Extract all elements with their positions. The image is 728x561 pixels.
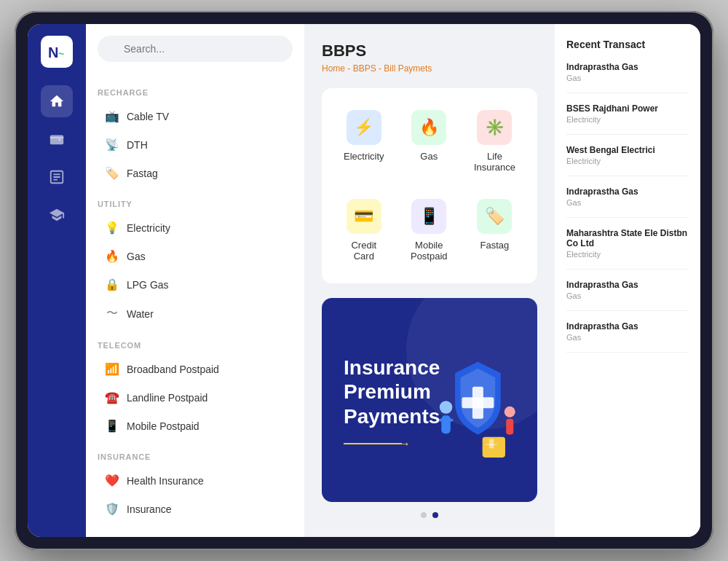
transactions-list: Indraprastha GasGasBSES Rajdhani PowerEl… — [566, 62, 689, 353]
tablet-frame: N ~ 🔍 RECHARGE📺Cabl — [15, 11, 713, 550]
transaction-item: Maharashtra State Ele Distbn Co LtdElect… — [566, 228, 689, 270]
sidebar-item-broadband-postpaid[interactable]: 📶Broadband Postpaid — [98, 356, 293, 382]
carousel-dot-0[interactable] — [421, 512, 427, 518]
transaction-sub: Electricity — [566, 157, 689, 165]
sidebar-item-dth[interactable]: 📡DTH — [98, 131, 293, 158]
transaction-sub: Electricity — [566, 115, 689, 124]
main-content: BBPS Home - BBPS - Bill Paymets ⚡Electri… — [304, 24, 555, 537]
page-title: BBPS — [322, 42, 537, 60]
sidebar-section-label: INSURANCE — [98, 452, 293, 461]
transaction-item: Indraprastha GasGas — [566, 280, 689, 311]
sidebar-item-insurance[interactable]: 🛡️Insurance — [98, 495, 293, 522]
life-insurance-icon: ✳️ — [477, 110, 512, 145]
transaction-sub: Electricity — [566, 250, 689, 259]
tv-icon: 📺 — [105, 109, 119, 123]
tablet-screen: N ~ 🔍 RECHARGE📺Cabl — [28, 24, 700, 537]
transaction-name: Indraprastha Gas — [566, 187, 689, 197]
menu-item-label: Fastag — [127, 168, 158, 179]
phone-icon: ☎️ — [105, 391, 119, 404]
recent-transactions-title: Recent Transact — [566, 39, 689, 50]
menu-item-label: Broadband Postpaid — [127, 364, 219, 375]
bill-item-electricity[interactable]: ⚡Electricity — [336, 103, 392, 180]
svg-text:N: N — [48, 44, 58, 60]
nav-home-button[interactable] — [41, 85, 73, 117]
sidebar-item-gas[interactable]: 🔥Gas — [98, 243, 293, 270]
sidebar-item-electricity[interactable]: 💡Electricity — [98, 214, 293, 241]
left-sidebar: 🔍 RECHARGE📺Cable TV📡DTH🏷️FastagUTILITY💡E… — [86, 24, 304, 537]
transaction-sub: Gas — [566, 198, 689, 207]
menu-item-label: Mobile Postpaid — [127, 420, 199, 432]
transaction-item: BSES Rajdhani PowerElectricity — [566, 103, 689, 135]
broadband-icon: 📶 — [105, 362, 119, 376]
menu-item-label: Landline Postpaid — [127, 392, 207, 404]
transaction-name: West Bengal Electrici — [566, 145, 689, 155]
search-input[interactable] — [98, 36, 293, 62]
banner-text: Insurance Premium Payments — [344, 356, 504, 445]
carousel-dots — [322, 512, 537, 518]
bill-categories-grid: ⚡Electricity🔥Gas✳️Life Insurance💳Credit … — [322, 88, 537, 283]
sidebar-item-cable-tv[interactable]: 📺Cable TV — [98, 103, 293, 130]
bill-category-label: Fastag — [480, 240, 510, 251]
mobile-icon: 📱 — [105, 419, 119, 433]
transaction-name: Indraprastha Gas — [566, 321, 689, 332]
menu-item-label: Health Insurance — [127, 475, 204, 487]
svg-point-10 — [505, 407, 515, 417]
menu-item-label: Water — [127, 308, 154, 320]
bill-item-fastag[interactable]: 🏷️Fastag — [467, 192, 523, 269]
app-logo: N ~ — [41, 36, 73, 68]
transaction-sub: Gas — [566, 333, 689, 342]
bill-category-label: Mobile Postpaid — [411, 240, 448, 262]
carousel-dot-1[interactable] — [432, 512, 438, 518]
fastag-icon: 🏷️ — [477, 199, 512, 234]
bill-item-gas[interactable]: 🔥Gas — [403, 103, 455, 180]
credit-card-icon: 💳 — [347, 199, 381, 234]
bill-category-label: Electricity — [344, 151, 384, 162]
banner-arrow — [344, 443, 504, 444]
sidebar-item-health-insurance[interactable]: ❤️Health Insurance — [98, 467, 293, 494]
sidebar-item-mobile-postpaid[interactable]: 📱Mobile Postpaid — [98, 412, 293, 439]
sidebar-item-lpg-gas[interactable]: 🔒LPG Gas — [98, 271, 293, 298]
transaction-sub: Gas — [566, 74, 689, 82]
nav-graduation-button[interactable] — [41, 199, 73, 231]
transaction-item: Indraprastha GasGas — [566, 62, 689, 93]
sidebar-item-water[interactable]: 〜Water — [98, 299, 293, 328]
sidebar-section-label: RECHARGE — [98, 88, 293, 97]
bill-item-mobile-postpaid[interactable]: 📱Mobile Postpaid — [403, 192, 455, 269]
electricity-icon: ⚡ — [347, 110, 381, 145]
nav-wallet-button[interactable] — [41, 123, 73, 155]
shield-icon: 🛡️ — [105, 502, 119, 516]
svg-rect-2 — [50, 136, 63, 145]
bill-item-credit-card[interactable]: 💳Credit Card — [336, 192, 392, 269]
mobile-postpaid-icon: 📱 — [411, 199, 446, 234]
search-wrapper: 🔍 — [98, 36, 293, 75]
bill-item-life-insurance[interactable]: ✳️Life Insurance — [467, 103, 523, 180]
banner: Insurance Premium Payments — [322, 298, 537, 502]
nav-book-button[interactable] — [41, 161, 73, 193]
transaction-item: Indraprastha GasGas — [566, 321, 689, 353]
dish-icon: 📡 — [105, 138, 119, 152]
sidebar-section-label: TELECOM — [98, 341, 293, 350]
gas-icon: 🔒 — [105, 278, 119, 291]
menu-item-label: Cable TV — [127, 111, 169, 122]
transaction-item: West Bengal ElectriciElectricity — [566, 145, 689, 176]
menu-item-label: Insurance — [127, 503, 171, 515]
sidebar-sections: RECHARGE📺Cable TV📡DTH🏷️FastagUTILITY💡Ele… — [98, 88, 293, 533]
sidebar-section-label: UTILITY — [98, 200, 293, 208]
transaction-name: Indraprastha Gas — [566, 280, 689, 290]
banner-title: Insurance Premium Payments — [344, 356, 504, 429]
right-panel: Recent Transact Indraprastha GasGasBSES … — [555, 24, 700, 537]
bill-category-label: Credit Card — [344, 240, 384, 262]
breadcrumb: Home - BBPS - Bill Paymets — [322, 63, 537, 74]
transaction-name: Maharashtra State Ele Distbn Co Ltd — [566, 228, 689, 248]
svg-text:~: ~ — [58, 48, 64, 60]
transaction-sub: Gas — [566, 291, 689, 300]
tag-icon: 🏷️ — [105, 166, 119, 180]
sidebar-item-fastag[interactable]: 🏷️Fastag — [98, 160, 293, 187]
water-icon: 〜 — [105, 306, 119, 321]
menu-item-label: LPG Gas — [127, 279, 169, 291]
banner-arrow-line — [344, 443, 402, 444]
sidebar-item-landline-postpaid[interactable]: ☎️Landline Postpaid — [98, 384, 293, 411]
nav-sidebar: N ~ — [28, 24, 86, 537]
bill-category-label: Life Insurance — [474, 151, 515, 173]
bill-category-label: Gas — [420, 151, 438, 162]
